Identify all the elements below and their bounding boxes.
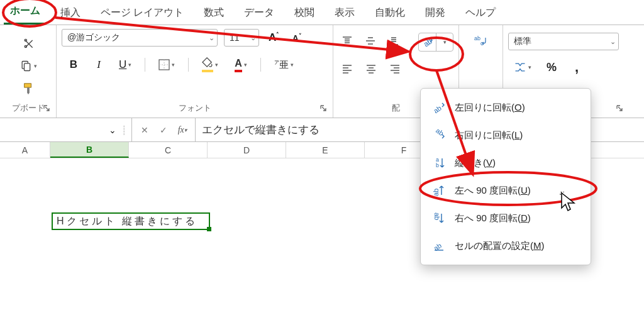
separator <box>188 58 189 72</box>
close-icon: ✕ <box>141 125 148 135</box>
rotate-ccw-icon: ab <box>432 101 446 114</box>
tab-page-layout[interactable]: ページ レイアウト <box>94 3 190 25</box>
menu-item-label: 左へ 90 度回転(U) <box>455 185 531 197</box>
percent-style-button[interactable]: % <box>543 59 560 75</box>
svg-text:ab: ab <box>432 189 440 196</box>
caret-down-icon: ⌄ <box>610 38 616 46</box>
dialog-launcher-icon <box>319 104 327 112</box>
align-bottom-icon <box>388 35 399 47</box>
align-center-button[interactable] <box>362 60 380 77</box>
orientation-dropdown[interactable]: ▾ <box>436 33 453 51</box>
align-right-button[interactable] <box>386 60 404 77</box>
tab-data[interactable]: データ <box>238 3 280 25</box>
align-top-icon <box>341 35 352 47</box>
font-family-combo[interactable]: @游ゴシック ⌄ <box>62 29 218 47</box>
active-cell[interactable]: Hクセルト 縦書きにする <box>52 212 210 230</box>
tab-view[interactable]: 表示 <box>328 3 361 25</box>
fill-color-button[interactable]: ▾ <box>199 57 221 73</box>
separator: ┊ <box>121 125 126 135</box>
wrap-text-button[interactable]: abc <box>471 33 491 49</box>
group-font: @游ゴシック ⌄ 11 ⌄ A˄ A˅ B I U▾ <box>57 25 333 118</box>
col-header[interactable]: A <box>0 142 50 158</box>
ribbon: ▾ プボード @游ゴシック ⌄ 11 ⌄ A˄ <box>0 25 644 118</box>
svg-line-18 <box>560 192 562 192</box>
menu-item-label: 右回りに回転(L) <box>455 129 523 141</box>
svg-text:ab: ab <box>432 104 443 114</box>
align-bottom-button[interactable] <box>385 33 402 49</box>
rotate-up-icon: ab <box>432 184 446 197</box>
decrease-font-size-button[interactable]: A˅ <box>289 30 305 46</box>
separator <box>145 58 145 72</box>
caret-down-icon: ▾ <box>172 62 175 68</box>
tab-home[interactable]: ホーム <box>4 1 47 25</box>
font-color-swatch <box>235 70 242 72</box>
ribbon-tabs: ホーム 挿入 ページ レイアウト 数式 データ 校閲 表示 自動化 開発 ヘルプ <box>0 0 644 25</box>
caret-down-icon: ⌄ <box>209 34 214 42</box>
scissors-icon <box>22 37 35 50</box>
menu-item-label: 右へ 90 度回転(D) <box>455 212 531 224</box>
comma-icon: , <box>575 59 579 75</box>
borders-button[interactable]: ▾ <box>155 57 178 73</box>
percent-icon: % <box>547 61 557 74</box>
separator <box>260 58 261 72</box>
menu-item-rotate-cw[interactable]: ab 右回りに回転(L) <box>421 121 591 149</box>
name-box[interactable]: ⌄ ┊ <box>0 118 132 141</box>
vertical-text-icon: ab <box>432 156 446 170</box>
align-left-icon <box>341 63 353 74</box>
menu-item-rotate-ccw[interactable]: ab 左回りに回転(O) <box>421 94 591 121</box>
paintbrush-icon <box>21 82 35 96</box>
tab-developer[interactable]: 開発 <box>419 3 452 25</box>
check-icon: ✓ <box>160 125 167 135</box>
rotate-cw-icon: ab <box>432 128 446 142</box>
col-header[interactable]: D <box>208 142 286 158</box>
font-color-icon: A <box>235 58 242 72</box>
tab-automate[interactable]: 自動化 <box>369 3 411 25</box>
format-painter-button[interactable] <box>18 80 38 97</box>
align-left-button[interactable] <box>338 60 356 77</box>
font-color-button[interactable]: A ▾ <box>231 57 250 73</box>
enter-formula-button[interactable]: ✓ <box>155 121 172 139</box>
decrease-font-icon: A˅ <box>292 33 302 43</box>
col-header[interactable]: E <box>286 142 365 158</box>
number-format-combo[interactable]: 標準 ⌄ <box>508 33 619 50</box>
orientation-split-button[interactable]: ab ▾ <box>418 33 453 52</box>
tab-insert[interactable]: 挿入 <box>54 3 87 25</box>
align-right-icon <box>389 63 401 74</box>
tab-help[interactable]: ヘルプ <box>459 3 502 25</box>
align-top-button[interactable] <box>338 33 355 49</box>
orientation-menu: ab 左回りに回転(O) ab 右回りに回転(L) ab 縦書き(V) ab 左… <box>420 88 591 265</box>
align-center-icon <box>365 63 377 74</box>
cancel-formula-button[interactable]: ✕ <box>136 121 153 139</box>
col-header[interactable]: C <box>129 142 208 158</box>
insert-function-button[interactable]: fx ▾ <box>174 121 191 139</box>
number-format-value: 標準 <box>514 36 608 47</box>
underline-button[interactable]: U▾ <box>116 57 135 73</box>
number-dialog-launcher[interactable] <box>614 102 625 114</box>
orientation-button[interactable]: ab <box>419 33 436 51</box>
caret-down-icon: ▾ <box>528 64 531 70</box>
phonetic-guide-button[interactable]: ア亜 ▾ <box>271 57 297 73</box>
caret-down-icon: ⌄ <box>250 34 256 42</box>
copy-button[interactable]: ▾ <box>16 58 40 74</box>
tab-review[interactable]: 校閲 <box>288 3 321 25</box>
increase-font-size-button[interactable]: A˄ <box>265 30 282 46</box>
dialog-launcher-icon <box>616 104 623 112</box>
cut-button[interactable] <box>19 35 38 52</box>
tab-formulas[interactable]: 数式 <box>197 3 230 25</box>
menu-item-vertical-text[interactable]: ab 縦書き(V) <box>421 149 591 177</box>
col-header[interactable]: B <box>50 142 129 158</box>
font-size-value: 11 <box>230 33 248 43</box>
bold-button[interactable]: B <box>65 57 82 73</box>
accounting-format-button[interactable]: ▾ <box>511 59 535 75</box>
menu-item-format-cell-alignment[interactable]: ab セルの配置の設定(M) <box>421 232 591 260</box>
comma-style-button[interactable]: , <box>569 59 585 75</box>
italic-button[interactable]: I <box>91 57 107 73</box>
borders-icon <box>158 59 170 70</box>
clipboard-dialog-launcher[interactable] <box>41 102 52 114</box>
font-size-combo[interactable]: 11 ⌄ <box>224 29 259 47</box>
align-middle-button[interactable] <box>362 33 379 49</box>
rotate-down-icon: ab <box>432 211 446 225</box>
caret-down-icon: ▾ <box>244 62 247 68</box>
font-dialog-launcher[interactable] <box>318 102 329 114</box>
italic-icon: I <box>97 58 101 71</box>
